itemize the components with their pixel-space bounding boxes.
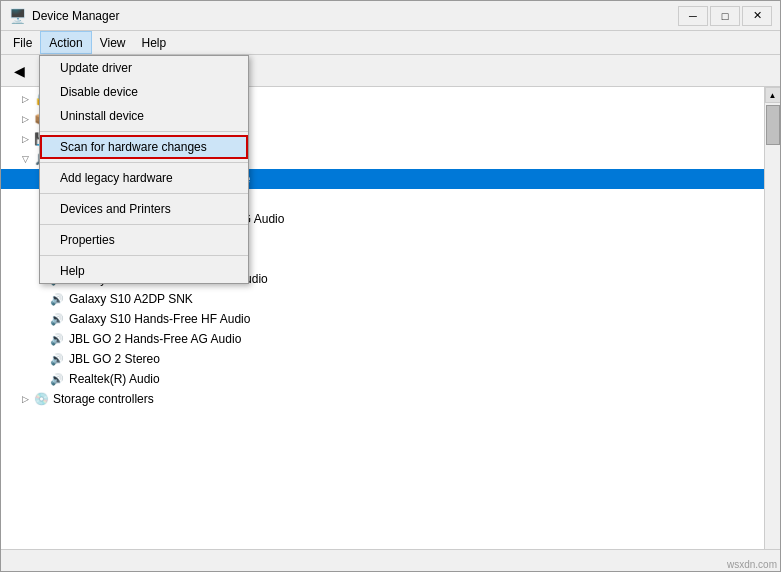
menu-item-scan-hardware[interactable]: Scan for hardware changes: [40, 135, 248, 159]
arrow-software-devices: ▷: [17, 134, 33, 144]
arrow-storage: ▷: [17, 394, 33, 404]
icon-galaxy-s10-hf: 🔊: [49, 311, 65, 327]
icon-realtek: 🔊: [49, 371, 65, 387]
menu-item-devices-printers[interactable]: Devices and Printers: [40, 197, 248, 221]
menu-file[interactable]: File: [5, 31, 40, 54]
menu-separator-2: [40, 162, 248, 163]
device-manager-window: 🖥️ Device Manager ─ □ ✕ File Action View…: [0, 0, 781, 572]
scrollbar-thumb[interactable]: [766, 105, 780, 145]
scrollbar-up[interactable]: ▲: [765, 87, 781, 103]
tree-item-jbl-go2-stereo[interactable]: 🔊 JBL GO 2 Stereo: [1, 349, 764, 369]
tree-item-galaxy-s10-snk[interactable]: 🔊 Galaxy S10 A2DP SNK: [1, 289, 764, 309]
tree-item-jbl-go2-ag[interactable]: 🔊 JBL GO 2 Hands-Free AG Audio: [1, 329, 764, 349]
menu-item-uninstall-device[interactable]: Uninstall device: [40, 104, 248, 128]
close-button[interactable]: ✕: [742, 6, 772, 26]
menu-item-help[interactable]: Help: [40, 259, 248, 283]
menu-help[interactable]: Help: [134, 31, 175, 54]
label-jbl-go2-ag: JBL GO 2 Hands-Free AG Audio: [69, 332, 241, 346]
menu-action[interactable]: Action: [40, 31, 91, 54]
toolbar-back-button[interactable]: ◀: [5, 58, 33, 84]
menu-item-add-legacy[interactable]: Add legacy hardware: [40, 166, 248, 190]
arrow-sound-video: ▽: [17, 154, 33, 164]
menu-bar: File Action View Help Update driver Disa…: [1, 31, 780, 55]
minimize-button[interactable]: ─: [678, 6, 708, 26]
menu-item-disable-device[interactable]: Disable device: [40, 80, 248, 104]
menu-separator-4: [40, 224, 248, 225]
watermark: wsxdn.com: [723, 557, 781, 572]
tree-item-storage-controllers[interactable]: ▷ 💿 Storage controllers: [1, 389, 764, 409]
menu-item-properties[interactable]: Properties: [40, 228, 248, 252]
title-controls: ─ □ ✕: [678, 6, 772, 26]
icon-storage: 💿: [33, 391, 49, 407]
tree-item-realtek[interactable]: 🔊 Realtek(R) Audio: [1, 369, 764, 389]
label-realtek: Realtek(R) Audio: [69, 372, 160, 386]
icon-jbl-go2-stereo: 🔊: [49, 351, 65, 367]
label-storage-controllers: Storage controllers: [53, 392, 154, 406]
action-dropdown-menu[interactable]: Update driver Disable device Uninstall d…: [39, 55, 249, 284]
menu-separator-3: [40, 193, 248, 194]
title-bar: 🖥️ Device Manager ─ □ ✕: [1, 1, 780, 31]
label-jbl-go2-stereo: JBL GO 2 Stereo: [69, 352, 160, 366]
tree-item-galaxy-s10-hf[interactable]: 🔊 Galaxy S10 Hands-Free HF Audio: [1, 309, 764, 329]
label-galaxy-s10-hf: Galaxy S10 Hands-Free HF Audio: [69, 312, 250, 326]
menu-separator-5: [40, 255, 248, 256]
label-galaxy-s10-snk: Galaxy S10 A2DP SNK: [69, 292, 193, 306]
maximize-button[interactable]: □: [710, 6, 740, 26]
window-title: Device Manager: [32, 9, 119, 23]
scrollbar[interactable]: ▲: [764, 87, 780, 549]
icon-jbl-go2-ag: 🔊: [49, 331, 65, 347]
menu-separator-1: [40, 131, 248, 132]
arrow-security-devices: ▷: [17, 94, 33, 104]
app-icon: 🖥️: [9, 8, 26, 24]
arrow-software-components: ▷: [17, 114, 33, 124]
status-bar: wsxdn.com: [1, 549, 780, 571]
menu-item-update-driver[interactable]: Update driver: [40, 56, 248, 80]
menu-view[interactable]: View: [92, 31, 134, 54]
icon-galaxy-s10-snk: 🔊: [49, 291, 65, 307]
